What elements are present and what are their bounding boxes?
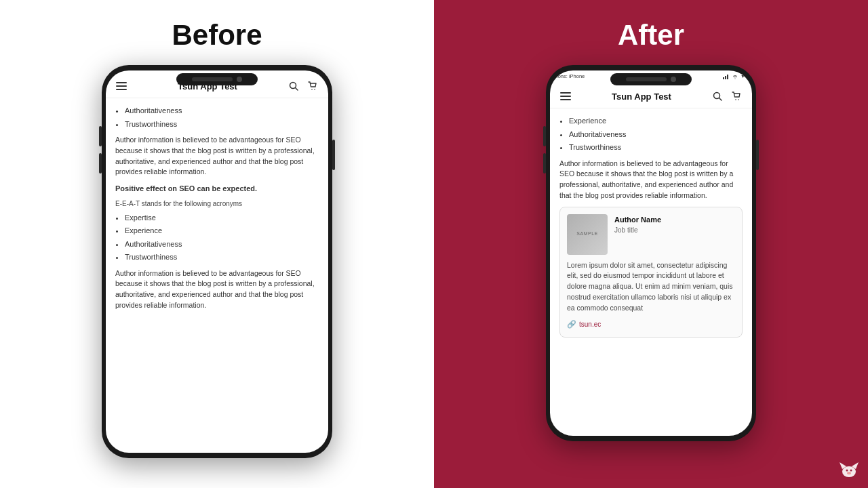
author-image: SAMPLE: [567, 214, 608, 255]
svg-point-10: [738, 99, 739, 100]
signal-icon: [723, 74, 730, 79]
vol-down-btn: [99, 153, 102, 174]
svg-rect-5: [725, 76, 726, 79]
search-icon: [289, 81, 298, 91]
after-list1: Experience Authoritativeness Trustworthi…: [559, 115, 743, 153]
power-btn: [332, 140, 335, 170]
fox-logo-icon: [837, 457, 861, 481]
after-cart-button[interactable]: [730, 90, 743, 102]
after-list1-item1: Experience: [569, 115, 743, 127]
after-phone-notch: [610, 73, 692, 85]
author-name: Author Name: [614, 214, 661, 226]
before-list2-item1: Expertise: [125, 212, 319, 224]
after-hamburger-icon: [560, 92, 571, 100]
svg-point-9: [735, 99, 736, 100]
before-bold-text: Positive effect on SEO can be expected.: [115, 183, 319, 195]
svg-point-3: [314, 89, 315, 90]
before-panel: Before Tsun App Test: [0, 0, 434, 488]
before-subtitle: E-E-A-T stands for the following acronym…: [115, 199, 319, 209]
author-bio: Lorem ipsum dolor sit amet, consectetur …: [567, 260, 735, 314]
hamburger-menu-button[interactable]: [115, 80, 127, 92]
after-panel: After ions: iPhone: [434, 0, 868, 488]
after-app-title: Tsun App Test: [612, 92, 671, 102]
phone-notch: [176, 73, 258, 85]
before-title: Before: [172, 19, 262, 52]
before-phone-screen: Tsun App Test: [106, 70, 328, 453]
after-title: After: [618, 19, 684, 52]
before-screen-content: Authoritativeness Trustworthiness Author…: [106, 98, 328, 453]
before-list1: Authoritativeness Trustworthiness: [115, 105, 319, 129]
before-para1: Author information is believed to be adv…: [115, 135, 319, 178]
author-card: SAMPLE Author Name Job title Lorem ipsum…: [559, 207, 743, 338]
before-list2: Expertise Experience Authoritativeness T…: [115, 212, 319, 263]
carrier-text: ions: iPhone: [557, 73, 585, 79]
svg-rect-4: [723, 77, 724, 79]
svg-point-16: [847, 472, 851, 474]
after-cart-icon: [732, 92, 741, 101]
after-power-btn: [756, 140, 759, 170]
before-list2-item2: Experience: [125, 225, 319, 237]
author-card-top: SAMPLE Author Name Job title: [567, 214, 735, 255]
after-app-bar-icons: [711, 90, 743, 102]
wifi-icon: [732, 74, 738, 79]
author-job: Job title: [614, 225, 661, 235]
svg-line-8: [719, 98, 722, 101]
before-list1-item2: Trustworthiness: [125, 119, 319, 130]
cart-icon: [308, 81, 317, 91]
svg-point-15: [850, 470, 852, 472]
author-info: Author Name Job title: [614, 214, 661, 236]
vol-up-btn: [99, 126, 102, 146]
svg-point-2: [311, 89, 313, 90]
before-para2: Author information is believed to be adv…: [115, 268, 319, 311]
hamburger-icon: [116, 82, 127, 90]
author-link[interactable]: 🔗 tsun.ec: [567, 319, 735, 330]
after-search-icon: [713, 92, 722, 101]
search-button[interactable]: [288, 80, 300, 92]
after-search-button[interactable]: [711, 90, 724, 102]
before-list2-item3: Authoritativeness: [125, 239, 319, 250]
battery-text: ▼: [741, 74, 745, 79]
after-hamburger-button[interactable]: [559, 90, 572, 102]
svg-rect-6: [727, 75, 728, 79]
author-image-placeholder: SAMPLE: [567, 214, 608, 255]
svg-line-1: [296, 88, 298, 91]
after-phone-frame: ions: iPhone ▼: [546, 65, 756, 441]
status-bar-right: ▼: [723, 74, 745, 79]
author-link-text: tsun.ec: [579, 319, 601, 329]
after-list1-item3: Trustworthiness: [569, 142, 743, 153]
before-phone-frame: Tsun App Test: [102, 65, 332, 458]
before-list1-item1: Authoritativeness: [125, 105, 319, 117]
after-vol-up-btn: [543, 126, 546, 146]
after-screen-content: Experience Authoritativeness Trustworthi…: [550, 108, 752, 436]
after-para1: Author information is believed to be adv…: [559, 159, 743, 201]
after-vol-down-btn: [543, 153, 546, 174]
before-list2-item4: Trustworthiness: [125, 251, 319, 263]
before-app-bar-icons: [288, 80, 319, 92]
svg-point-14: [846, 470, 848, 472]
cart-button[interactable]: [307, 80, 319, 92]
after-list1-item2: Authoritativeness: [569, 129, 743, 140]
link-icon: 🔗: [567, 319, 576, 330]
after-phone-screen: ions: iPhone ▼: [550, 70, 752, 436]
fox-svg: [837, 457, 861, 481]
